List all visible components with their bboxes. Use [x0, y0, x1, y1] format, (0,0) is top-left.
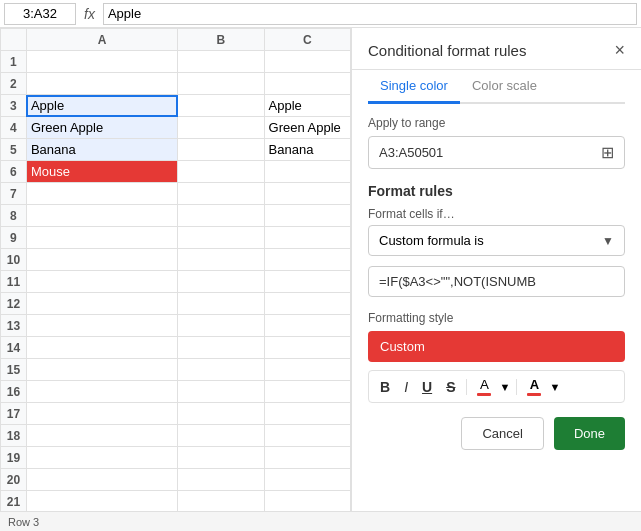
cell-c1[interactable] — [264, 51, 350, 73]
cell-a19[interactable] — [26, 447, 177, 469]
cell-c4[interactable]: Green Apple — [264, 117, 350, 139]
cell-b6[interactable] — [178, 161, 264, 183]
cell-a9[interactable] — [26, 227, 177, 249]
cell-a14[interactable] — [26, 337, 177, 359]
cell-b18[interactable] — [178, 425, 264, 447]
cell-c11[interactable] — [264, 271, 350, 293]
cell-b10[interactable] — [178, 249, 264, 271]
cell-c6[interactable] — [264, 161, 350, 183]
cell-c14[interactable] — [264, 337, 350, 359]
strikethrough-button[interactable]: S — [441, 377, 460, 397]
cell-b20[interactable] — [178, 469, 264, 491]
table-row: 3AppleApple — [1, 95, 351, 117]
table-row: 18 — [1, 425, 351, 447]
cell-b4[interactable] — [178, 117, 264, 139]
cell-c13[interactable] — [264, 315, 350, 337]
cell-a7[interactable] — [26, 183, 177, 205]
cell-c15[interactable] — [264, 359, 350, 381]
cancel-button[interactable]: Cancel — [461, 417, 543, 450]
font-color-button[interactable]: A — [473, 375, 495, 398]
cell-b12[interactable] — [178, 293, 264, 315]
cell-c3[interactable]: Apple — [264, 95, 350, 117]
cell-a6[interactable]: Mouse — [26, 161, 177, 183]
cell-b13[interactable] — [178, 315, 264, 337]
cell-c19[interactable] — [264, 447, 350, 469]
cell-b5[interactable] — [178, 139, 264, 161]
panel-title: Conditional format rules — [368, 42, 526, 59]
cell-c16[interactable] — [264, 381, 350, 403]
format-condition-dropdown[interactable]: Custom formula is ▼ — [368, 225, 625, 256]
cell-b21[interactable] — [178, 491, 264, 512]
cell-b1[interactable] — [178, 51, 264, 73]
cell-b3[interactable] — [178, 95, 264, 117]
table-row: 4Green AppleGreen Apple — [1, 117, 351, 139]
cell-a20[interactable] — [26, 469, 177, 491]
cell-b14[interactable] — [178, 337, 264, 359]
cell-a8[interactable] — [26, 205, 177, 227]
tab-single-color[interactable]: Single color — [368, 70, 460, 104]
italic-button[interactable]: I — [399, 377, 413, 397]
cell-ref-input[interactable] — [4, 3, 76, 25]
row-header-15: 15 — [1, 359, 27, 381]
table-row: 12 — [1, 293, 351, 315]
table-row: 1 — [1, 51, 351, 73]
table-row: 8 — [1, 205, 351, 227]
cell-a1[interactable] — [26, 51, 177, 73]
range-box[interactable]: A3:A50501 ⊞ — [368, 136, 625, 169]
col-header-c[interactable]: C — [264, 29, 350, 51]
cell-a21[interactable] — [26, 491, 177, 512]
cell-c17[interactable] — [264, 403, 350, 425]
cell-b11[interactable] — [178, 271, 264, 293]
cell-a11[interactable] — [26, 271, 177, 293]
top-bar: fx — [0, 0, 641, 28]
cell-b7[interactable] — [178, 183, 264, 205]
formula-bar-input[interactable] — [103, 3, 637, 25]
cell-a18[interactable] — [26, 425, 177, 447]
cell-b2[interactable] — [178, 73, 264, 95]
done-button[interactable]: Done — [554, 417, 625, 450]
cell-a16[interactable] — [26, 381, 177, 403]
row-header-17: 17 — [1, 403, 27, 425]
cell-c8[interactable] — [264, 205, 350, 227]
cell-c18[interactable] — [264, 425, 350, 447]
close-button[interactable]: × — [614, 40, 625, 61]
tab-color-scale[interactable]: Color scale — [460, 70, 549, 104]
row-header-12: 12 — [1, 293, 27, 315]
cell-b8[interactable] — [178, 205, 264, 227]
underline-button[interactable]: U — [417, 377, 437, 397]
cell-c7[interactable] — [264, 183, 350, 205]
bold-button[interactable]: B — [375, 377, 395, 397]
cell-c9[interactable] — [264, 227, 350, 249]
cell-c5[interactable]: Banana — [264, 139, 350, 161]
cell-a17[interactable] — [26, 403, 177, 425]
formula-input[interactable] — [368, 266, 625, 297]
status-bar: Row 3 — [0, 511, 641, 531]
fill-color-dropdown-arrow[interactable]: ▼ — [549, 381, 560, 393]
range-grid-icon[interactable]: ⊞ — [601, 143, 614, 162]
cell-c12[interactable] — [264, 293, 350, 315]
fill-color-button[interactable]: A — [523, 375, 545, 398]
row-header-1: 1 — [1, 51, 27, 73]
cell-c20[interactable] — [264, 469, 350, 491]
cell-a12[interactable] — [26, 293, 177, 315]
cell-c2[interactable] — [264, 73, 350, 95]
cell-a15[interactable] — [26, 359, 177, 381]
cell-b9[interactable] — [178, 227, 264, 249]
cell-a3[interactable]: Apple — [26, 95, 177, 117]
cell-a4[interactable]: Green Apple — [26, 117, 177, 139]
table-row: 10 — [1, 249, 351, 271]
font-color-dropdown-arrow[interactable]: ▼ — [499, 381, 510, 393]
col-header-a[interactable]: A — [26, 29, 177, 51]
cell-b17[interactable] — [178, 403, 264, 425]
cell-c10[interactable] — [264, 249, 350, 271]
cell-a13[interactable] — [26, 315, 177, 337]
cell-a5[interactable]: Banana — [26, 139, 177, 161]
cell-a10[interactable] — [26, 249, 177, 271]
cell-b19[interactable] — [178, 447, 264, 469]
cell-a2[interactable] — [26, 73, 177, 95]
font-color-swatch — [477, 393, 491, 396]
cell-b15[interactable] — [178, 359, 264, 381]
cell-c21[interactable] — [264, 491, 350, 512]
col-header-b[interactable]: B — [178, 29, 264, 51]
cell-b16[interactable] — [178, 381, 264, 403]
